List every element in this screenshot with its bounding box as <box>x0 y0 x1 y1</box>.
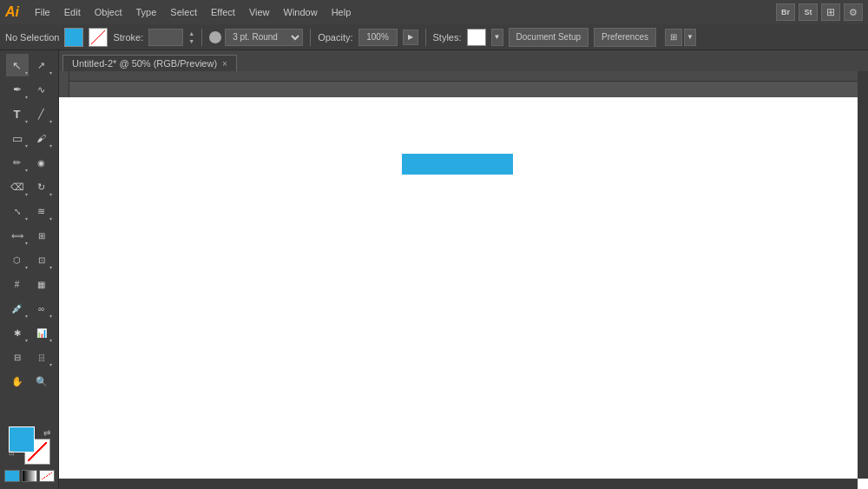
tool-row-artboard: ⊟ ⌻ <box>0 346 58 368</box>
tool-row-pencil: ✏ ◉ <box>0 151 58 174</box>
menu-window[interactable]: Window <box>279 5 323 19</box>
menu-type[interactable]: Type <box>131 5 162 19</box>
document-tab-close-btn[interactable]: × <box>222 59 227 69</box>
warp-tool-btn[interactable]: ≋ <box>30 200 53 222</box>
gradient-tool-btn[interactable]: ▦ <box>30 273 53 295</box>
arrange-panels-dropdown[interactable]: ▼ <box>684 29 696 46</box>
stroke-type-select[interactable]: 3 pt. Round <box>225 29 303 46</box>
stroke-up-arrow[interactable]: ▲ <box>188 30 194 37</box>
menu-object[interactable]: Object <box>89 5 128 19</box>
chart-tool-btn[interactable]: 📊 <box>30 321 53 344</box>
fg-bg-swatches: ⇄ ⊡ <box>9 426 50 465</box>
tool-row-selection: ↖ ↗ <box>0 54 58 76</box>
width-tool-btn[interactable]: ⟺ <box>6 224 29 247</box>
line-tool-btn[interactable]: ╱ <box>30 102 53 125</box>
tool-row-shape: ⬡ ⊡ <box>0 248 58 271</box>
direct-selection-tool-btn[interactable]: ↗ <box>30 54 53 76</box>
menu-file[interactable]: File <box>30 5 56 19</box>
opacity-options-btn[interactable]: ▶ <box>403 30 418 45</box>
menu-help[interactable]: Help <box>326 5 357 19</box>
title-bar-right: Br St ⊞ ⚙ <box>776 3 863 21</box>
menu-effect[interactable]: Effect <box>206 5 240 19</box>
tool-row-type: T ╱ <box>0 102 58 125</box>
scale-tool-btn[interactable]: ⤡ <box>6 200 29 222</box>
slice-tool-btn[interactable]: ⌻ <box>30 346 53 368</box>
tool-row-rect: ▭ 🖌 <box>0 127 58 149</box>
toolbar: ↖ ↗ ✒ ∿ T ╱ ▭ <box>0 50 59 489</box>
bridge-btn[interactable]: Br <box>776 3 795 21</box>
tool-row-hand: ✋ 🔍 <box>0 370 58 393</box>
menu-edit[interactable]: Edit <box>59 5 86 19</box>
stroke-down-arrow[interactable]: ▼ <box>188 37 194 45</box>
eyedropper-tool-btn[interactable]: 💉 <box>6 297 29 320</box>
none-mode-btn[interactable] <box>39 470 55 482</box>
mesh-tool-btn[interactable]: # <box>6 273 29 295</box>
menu-view[interactable]: View <box>244 5 275 19</box>
pencil-tool-btn[interactable]: ✏ <box>6 151 29 174</box>
gradient-mode-btn[interactable] <box>22 470 37 482</box>
selection-tool-btn[interactable]: ↖ <box>6 54 29 76</box>
rectangle-tool-btn[interactable]: ▭ <box>6 127 29 149</box>
canvas-scroll[interactable] <box>59 71 868 489</box>
tool-row-eraser: ⌫ ↻ <box>0 175 58 198</box>
blob-brush-tool-btn[interactable]: ◉ <box>30 151 53 174</box>
title-bar: Ai File Edit Object Type Select Effect V… <box>0 0 868 24</box>
cyan-rectangle[interactable] <box>402 154 513 175</box>
color-area: ⇄ ⊡ <box>0 423 58 486</box>
stroke-swatch[interactable] <box>89 28 108 47</box>
main-area: ↖ ↗ ✒ ∿ T ╱ ▭ <box>0 50 868 489</box>
curvature-tool-btn[interactable]: ∿ <box>30 78 53 101</box>
canvas-area: Untitled-2* @ 50% (RGB/Preview) × <box>59 50 868 489</box>
stock-btn[interactable]: St <box>799 3 818 21</box>
opacity-input[interactable] <box>358 29 398 46</box>
swap-colors-btn[interactable]: ⇄ <box>43 428 50 438</box>
eraser-tool-btn[interactable]: ⌫ <box>6 175 29 198</box>
menu-select[interactable]: Select <box>165 5 202 19</box>
tool-row-pen: ✒ ∿ <box>0 78 58 101</box>
fill-swatch[interactable] <box>64 28 83 47</box>
symbol-tool-btn[interactable]: ✱ <box>6 321 29 344</box>
perspective-tool-btn[interactable]: ⊡ <box>30 248 53 271</box>
preferences-btn[interactable]: Preferences <box>594 28 656 47</box>
free-transform-tool-btn[interactable]: ⊞ <box>30 224 53 247</box>
reset-colors-btn[interactable]: ⊡ <box>9 449 19 459</box>
document-tab[interactable]: Untitled-2* @ 50% (RGB/Preview) × <box>62 55 237 71</box>
stroke-input[interactable] <box>148 29 183 46</box>
artboard-tool-btn[interactable]: ⊟ <box>6 346 29 368</box>
document-setup-btn[interactable]: Document Setup <box>509 28 589 47</box>
rotate-tool-btn[interactable]: ↻ <box>30 175 53 198</box>
styles-swatch[interactable] <box>467 29 486 46</box>
color-mode-row <box>4 470 55 482</box>
tool-row-symbol: ✱ 📊 <box>0 321 58 344</box>
shape-builder-tool-btn[interactable]: ⬡ <box>6 248 29 271</box>
tool-row-scale: ⤡ ≋ <box>0 200 58 222</box>
divider-1 <box>201 29 202 46</box>
tool-row-width: ⟺ ⊞ <box>0 224 58 247</box>
arrange-panels-btn[interactable]: ⊞ <box>665 29 682 46</box>
artboard <box>59 97 868 489</box>
document-tab-title: Untitled-2* @ 50% (RGB/Preview) <box>72 58 217 69</box>
search-btn[interactable]: ⚙ <box>844 3 863 21</box>
blend-tool-btn[interactable]: ∞ <box>30 297 53 320</box>
divider-3 <box>425 29 426 46</box>
paintbrush-tool-btn[interactable]: 🖌 <box>30 127 53 149</box>
stroke-label: Stroke: <box>113 32 143 43</box>
type-tool-btn[interactable]: T <box>6 102 29 125</box>
vertical-scrollbar[interactable] <box>858 71 868 479</box>
color-mode-btn[interactable] <box>4 470 20 482</box>
tool-row-mesh: # ▦ <box>0 273 58 295</box>
divider-2 <box>310 29 311 46</box>
stroke-cap-round-icon <box>209 31 221 43</box>
horizontal-scrollbar[interactable] <box>59 479 858 489</box>
selection-label: No Selection <box>5 32 59 43</box>
options-bar: No Selection Stroke: ▲ ▼ 3 pt. Round Opa… <box>0 24 868 50</box>
pen-tool-btn[interactable]: ✒ <box>6 78 29 101</box>
tool-row-eyedropper: 💉 ∞ <box>0 297 58 320</box>
hand-tool-btn[interactable]: ✋ <box>6 370 29 393</box>
zoom-tool-btn[interactable]: 🔍 <box>30 370 53 393</box>
opacity-label: Opacity: <box>318 32 352 43</box>
app-logo: Ai <box>5 4 19 20</box>
styles-dropdown[interactable]: ▼ <box>491 29 503 46</box>
workspaces-btn[interactable]: ⊞ <box>821 3 840 21</box>
ruler-horizontal <box>69 71 868 82</box>
